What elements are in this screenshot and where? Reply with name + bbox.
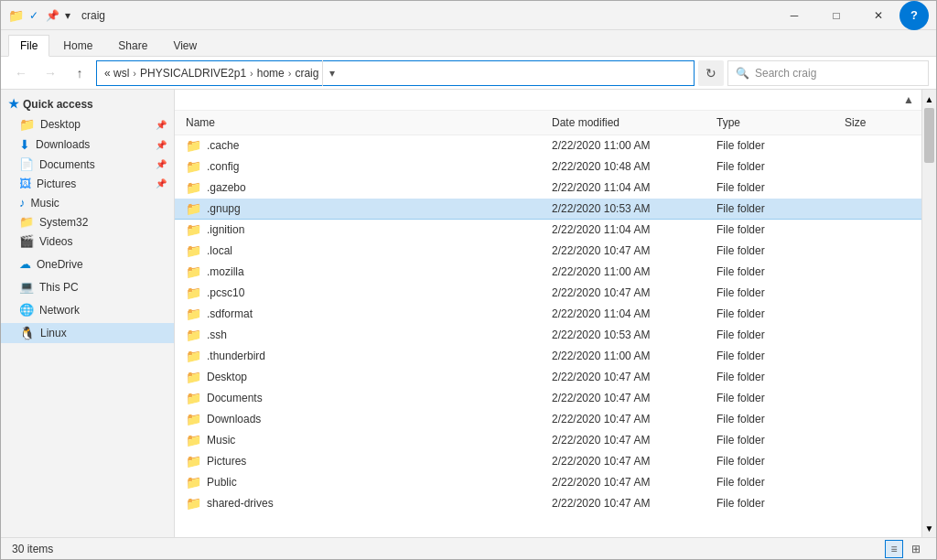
table-row[interactable]: 📁 Desktop 2/22/2020 10:47 AM File folder [175, 367, 921, 388]
file-folder-icon: 📁 [186, 496, 201, 511]
scrollbar[interactable]: ▲ ▼ [921, 90, 936, 537]
file-table[interactable]: Name Date modified Type Size 📁 .cache 2/… [175, 111, 921, 537]
sidebar-item-thispc[interactable]: 💻 This PC [1, 277, 174, 296]
tab-file[interactable]: File [8, 35, 49, 57]
file-size [841, 439, 914, 441]
sidebar-item-network[interactable]: 🌐 Network [1, 300, 174, 319]
view-large-button[interactable]: ⊞ [907, 540, 925, 558]
content-area: ▲ Name Date modified Type Size 📁 .cache … [175, 90, 921, 537]
file-name: .mozilla [207, 265, 244, 278]
table-row[interactable]: 📁 .local 2/22/2020 10:47 AM File folder [175, 241, 921, 262]
sidebar-downloads-label: Downloads [36, 138, 90, 151]
sidebar-item-pictures[interactable]: 🖼 Pictures 📌 [1, 174, 174, 193]
table-row[interactable]: 📁 .ssh 2/22/2020 10:53 AM File folder [175, 325, 921, 346]
table-row[interactable]: 📁 .cache 2/22/2020 11:00 AM File folder [175, 135, 921, 156]
item-count: 30 items [12, 543, 53, 555]
address-bar: ← → ↑ « wsl › PHYSICALDRIVE2p1 › home › … [1, 57, 936, 90]
file-name-cell: 📁 Documents [182, 390, 548, 406]
file-folder-icon: 📁 [186, 285, 201, 300]
file-date: 2/22/2020 10:53 AM [548, 201, 713, 216]
file-date: 2/22/2020 11:00 AM [548, 349, 713, 363]
sidebar-documents-label: Documents [39, 158, 95, 171]
table-row[interactable]: 📁 shared-drives 2/22/2020 10:47 AM File … [175, 493, 921, 514]
table-row[interactable]: 📁 Public 2/22/2020 10:47 AM File folder [175, 472, 921, 493]
scroll-down[interactable]: ▼ [922, 519, 936, 537]
file-name: Downloads [207, 413, 261, 425]
col-name[interactable]: Name [182, 114, 548, 131]
help-button[interactable]: ? [899, 1, 929, 30]
sidebar-item-linux[interactable]: 🐧 Linux [1, 323, 174, 343]
maximize-button[interactable]: □ [815, 1, 857, 30]
view-details-button[interactable]: ≡ [885, 540, 903, 558]
tab-view[interactable]: View [161, 35, 209, 56]
folder-icon: 📁 [8, 8, 23, 23]
sidebar-item-desktop[interactable]: 📁 Desktop 📌 [1, 114, 174, 135]
address-path[interactable]: « wsl › PHYSICALDRIVE2p1 › home › craig … [96, 60, 695, 86]
breadcrumb-wsl[interactable]: « wsl [104, 67, 129, 80]
search-placeholder: Search craig [755, 67, 816, 80]
status-bar: 30 items ≡ ⊞ [1, 537, 936, 559]
scroll-up-button[interactable]: ▲ [903, 93, 914, 106]
search-box[interactable]: 🔍 Search craig [727, 60, 929, 86]
sidebar-item-music[interactable]: ♪ Music [1, 193, 174, 212]
breadcrumb-craig[interactable]: craig [295, 67, 318, 80]
close-button[interactable]: ✕ [857, 1, 899, 30]
scroll-up[interactable]: ▲ [922, 90, 936, 108]
view-icons: ≡ ⊞ [885, 540, 925, 558]
file-name: .cache [207, 139, 239, 152]
refresh-button[interactable]: ↻ [698, 60, 724, 86]
table-row[interactable]: 📁 Music 2/22/2020 10:47 AM File folder [175, 430, 921, 451]
back-button[interactable]: ← [8, 60, 34, 86]
table-row[interactable]: 📁 Documents 2/22/2020 10:47 AM File fold… [175, 388, 921, 409]
up-button[interactable]: ↑ [67, 60, 92, 86]
minimize-button[interactable]: ─ [773, 1, 815, 30]
file-folder-icon: 📁 [186, 328, 201, 342]
table-row[interactable]: 📁 .ignition 2/22/2020 11:04 AM File fold… [175, 220, 921, 241]
sidebar: ★ Quick access 📁 Desktop 📌 ⬇ Downloads 📌… [1, 90, 175, 537]
table-row[interactable]: 📁 .sdformat 2/22/2020 11:04 AM File fold… [175, 304, 921, 325]
table-row[interactable]: 📁 Downloads 2/22/2020 10:47 AM File fold… [175, 409, 921, 430]
sidebar-item-videos[interactable]: 🎬 Videos [1, 232, 174, 251]
col-date[interactable]: Date modified [548, 114, 713, 131]
table-row[interactable]: 📁 Pictures 2/22/2020 10:47 AM File folde… [175, 451, 921, 472]
tab-home[interactable]: Home [51, 35, 104, 56]
file-name: Music [207, 434, 235, 447]
quick-access-header[interactable]: ★ Quick access [1, 93, 174, 114]
table-row[interactable]: 📁 .config 2/22/2020 10:48 AM File folder [175, 156, 921, 178]
col-size[interactable]: Size [841, 114, 914, 131]
dropdown-small: ▾ [65, 9, 70, 22]
sep1: › [133, 68, 136, 79]
pin-icon-desktop: 📌 [156, 120, 167, 130]
table-row[interactable]: 📁 .gazebo 2/22/2020 11:04 AM File folder [175, 178, 921, 199]
file-size [841, 187, 914, 188]
file-type: File folder [713, 180, 841, 195]
table-row[interactable]: 📁 .mozilla 2/22/2020 11:00 AM File folde… [175, 262, 921, 283]
table-row[interactable]: 📁 .gnupg 2/22/2020 10:53 AM File folder [175, 199, 921, 220]
table-row[interactable]: 📁 .pcsc10 2/22/2020 10:47 AM File folder [175, 283, 921, 304]
col-type[interactable]: Type [713, 114, 841, 131]
file-size [841, 376, 914, 378]
linux-section: 🐧 Linux [1, 323, 174, 343]
sidebar-item-system32[interactable]: 📁 System32 [1, 212, 174, 232]
onedrive-icon: ☁ [19, 257, 31, 271]
file-type: File folder [713, 264, 841, 279]
sidebar-linux-label: Linux [40, 327, 67, 339]
sidebar-item-downloads[interactable]: ⬇ Downloads 📌 [1, 135, 174, 155]
tab-share[interactable]: Share [106, 35, 159, 56]
forward-button[interactable]: → [38, 60, 63, 86]
sidebar-item-onedrive[interactable]: ☁ OneDrive [1, 254, 174, 274]
file-name: .local [207, 244, 232, 257]
pictures-icon: 🖼 [19, 177, 31, 190]
breadcrumb-drive[interactable]: PHYSICALDRIVE2p1 [140, 67, 246, 80]
table-row[interactable]: 📁 .thunderbird 2/22/2020 11:00 AM File f… [175, 346, 921, 367]
quick-access-section: ★ Quick access 📁 Desktop 📌 ⬇ Downloads 📌… [1, 93, 174, 251]
file-size [841, 481, 914, 483]
breadcrumb-home[interactable]: home [257, 67, 285, 80]
file-name: Pictures [207, 455, 246, 468]
sidebar-videos-label: Videos [39, 235, 72, 248]
sidebar-item-documents[interactable]: 📄 Documents 📌 [1, 155, 174, 174]
scroll-thumb[interactable] [924, 108, 934, 163]
sidebar-music-label: Music [31, 197, 59, 210]
path-dropdown[interactable]: ▾ [322, 60, 340, 86]
content-header: ▲ [175, 90, 921, 111]
